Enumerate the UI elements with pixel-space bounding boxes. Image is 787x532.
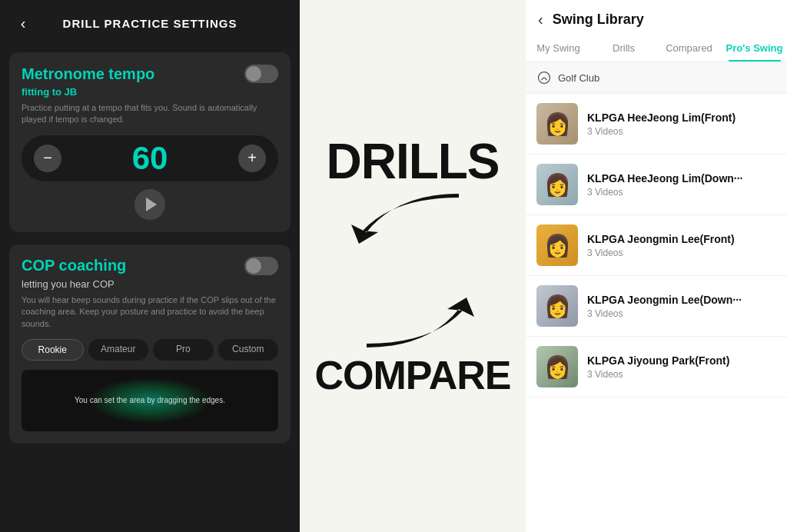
left-back-button[interactable]: ‹ — [12, 12, 34, 34]
metronome-card-header: Metronome tempo — [22, 65, 278, 83]
drills-arrow — [336, 186, 490, 248]
left-panel: ‹ DRILL PRACTICE SETTINGS Metronome temp… — [0, 0, 300, 532]
list-item[interactable]: 👩 KLPGA Jiyoung Park(Front) 3 Videos — [526, 337, 787, 397]
compare-label: COMPARE — [315, 355, 511, 395]
level-rookie[interactable]: Rookie — [22, 339, 84, 361]
cop-levels: Rookie Amateur Pro Custom — [22, 339, 278, 361]
tempo-minus-button[interactable]: − — [34, 145, 61, 172]
cop-visual-text: You can set the area by dragging the edg… — [75, 396, 225, 404]
list-item[interactable]: 👩 KLPGA Jeongmin Lee(Front) 3 Videos — [526, 215, 787, 276]
right-header: ‹ Swing Library — [526, 0, 787, 28]
item-videos: 3 Videos — [587, 248, 776, 258]
tab-my-swing[interactable]: My Swing — [526, 35, 591, 62]
avatar: 👩 — [536, 164, 578, 205]
avatar: 👩 — [536, 103, 578, 145]
item-name: KLPGA HeeJeong Lim(Down··· — [587, 172, 776, 185]
left-header: ‹ DRILL PRACTICE SETTINGS — [0, 0, 300, 46]
tab-drills[interactable]: Drills — [591, 35, 656, 62]
item-videos: 3 Videos — [587, 126, 776, 137]
metronome-subtitle: fitting to JB — [22, 86, 278, 98]
level-pro[interactable]: Pro — [153, 339, 214, 361]
metronome-title: Metronome tempo — [22, 65, 154, 83]
middle-panel: DRILLS COMPARE — [300, 0, 526, 532]
level-amateur[interactable]: Amateur — [88, 339, 149, 361]
item-name: KLPGA Jiyoung Park(Front) — [587, 354, 776, 367]
section-header: Golf Club — [526, 62, 787, 94]
tempo-value: 60 — [132, 140, 168, 177]
drills-section: DRILLS — [326, 137, 499, 248]
right-title: Swing Library — [553, 12, 644, 28]
avatar: 👩 — [536, 224, 578, 266]
right-tabs: My Swing Drills Compared Pro's Swing — [526, 35, 787, 62]
cop-toggle[interactable] — [244, 257, 278, 275]
list-container: 👩 KLPGA HeeJeong Lim(Front) 3 Videos 👩 K… — [526, 94, 787, 532]
right-back-button[interactable]: ‹ — [538, 11, 543, 28]
list-item[interactable]: 👩 KLPGA HeeJeong Lim(Front) 3 Videos — [526, 94, 787, 155]
section-label: Golf Club — [558, 72, 599, 84]
metronome-desc: Practice putting at a tempo that fits yo… — [22, 102, 278, 126]
golf-club-icon — [536, 70, 552, 85]
cop-visual: You can set the area by dragging the edg… — [22, 370, 278, 431]
level-custom[interactable]: Custom — [218, 339, 279, 361]
avatar: 👩 — [536, 285, 578, 327]
tempo-control: − 60 + — [22, 135, 278, 181]
item-videos: 3 Videos — [587, 308, 776, 319]
metronome-card: Metronome tempo fitting to JB Practice p… — [9, 52, 291, 232]
item-name: KLPGA Jeongmin Lee(Down··· — [587, 294, 776, 306]
tab-pros-swing[interactable]: Pro's Swing — [722, 35, 787, 62]
compare-arrow — [336, 294, 490, 355]
cop-card: COP coaching letting you hear COP You wi… — [9, 244, 291, 444]
cop-subtitle: letting you hear COP — [22, 278, 278, 290]
tempo-plus-button[interactable]: + — [238, 145, 266, 172]
list-item[interactable]: 👩 KLPGA Jeongmin Lee(Down··· 3 Videos — [526, 276, 787, 337]
metronome-toggle[interactable] — [244, 65, 278, 83]
cop-card-header: COP coaching — [22, 257, 278, 275]
item-videos: 3 Videos — [587, 369, 776, 380]
left-title: DRILL PRACTICE SETTINGS — [34, 17, 266, 30]
play-button[interactable] — [134, 189, 165, 220]
compare-section: COMPARE — [315, 294, 511, 395]
list-item[interactable]: 👩 KLPGA HeeJeong Lim(Down··· 3 Videos — [526, 155, 787, 215]
right-panel: ‹ Swing Library My Swing Drills Compared… — [526, 0, 787, 532]
avatar: 👩 — [536, 346, 578, 387]
item-name: KLPGA Jeongmin Lee(Front) — [587, 233, 776, 245]
cop-desc: You will hear beep sounds during practic… — [22, 294, 278, 330]
item-videos: 3 Videos — [587, 187, 776, 198]
item-name: KLPGA HeeJeong Lim(Front) — [587, 111, 776, 124]
drills-label: DRILLS — [326, 137, 499, 186]
cop-title: COP coaching — [22, 257, 126, 274]
tab-compared[interactable]: Compared — [656, 35, 722, 62]
play-btn-wrap — [22, 189, 278, 220]
